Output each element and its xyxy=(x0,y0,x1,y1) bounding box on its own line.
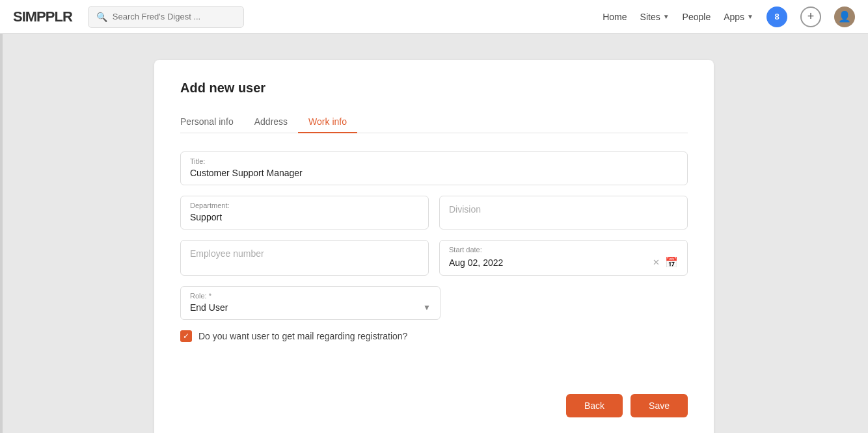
nav-links: Home Sites ▼ People Apps ▼ 8 + 👤 xyxy=(603,7,855,27)
back-button[interactable]: Back xyxy=(566,394,623,417)
tab-address[interactable]: Address xyxy=(244,111,298,133)
search-icon: 🔍 xyxy=(96,12,107,22)
role-field[interactable]: Role: * End User ▼ xyxy=(180,286,441,320)
empnum-startdate-row: Start date: Aug 02, 2022 ✕ 📅 xyxy=(180,240,688,276)
employee-number-field xyxy=(180,240,429,276)
tab-personal-info[interactable]: Personal info xyxy=(180,111,244,133)
checkmark-icon: ✓ xyxy=(183,332,189,340)
notification-badge[interactable]: 8 xyxy=(766,7,787,27)
sites-chevron-icon: ▼ xyxy=(663,13,670,20)
left-strip xyxy=(0,34,3,433)
nav-people[interactable]: People xyxy=(683,12,711,22)
email-checkbox-row: ✓ Do you want user to get mail regarding… xyxy=(180,330,688,342)
start-date-value: Aug 02, 2022 xyxy=(449,257,503,268)
nav-home[interactable]: Home xyxy=(603,12,627,22)
tab-work-info[interactable]: Work info xyxy=(298,111,357,133)
division-field xyxy=(439,196,688,230)
email-checkbox-label: Do you want user to get mail regarding r… xyxy=(198,331,407,341)
calendar-icon[interactable]: 📅 xyxy=(665,256,678,269)
division-input[interactable] xyxy=(449,204,678,215)
nav-apps[interactable]: Apps ▼ xyxy=(724,12,753,22)
title-label: Title: xyxy=(190,157,678,165)
role-value: End User xyxy=(190,302,228,313)
employee-number-input[interactable] xyxy=(190,248,419,259)
dept-division-row: Department: xyxy=(180,196,688,230)
role-label: Role: * xyxy=(190,292,431,300)
logo: SIMPPLR xyxy=(13,8,72,25)
department-field: Department: xyxy=(180,196,429,230)
department-input[interactable] xyxy=(190,212,419,222)
main-content: Add new user Personal info Address Work … xyxy=(0,34,868,433)
user-avatar[interactable]: 👤 xyxy=(834,7,855,27)
apps-chevron-icon: ▼ xyxy=(747,13,753,20)
date-clear-icon[interactable]: ✕ xyxy=(653,257,660,267)
add-user-card: Add new user Personal info Address Work … xyxy=(154,60,714,433)
nav-sites[interactable]: Sites ▼ xyxy=(640,12,670,22)
start-date-label: Start date: xyxy=(449,246,678,254)
role-row: Role: * End User ▼ xyxy=(180,286,688,320)
add-button[interactable]: + xyxy=(800,7,821,27)
tab-bar: Personal info Address Work info xyxy=(180,111,688,133)
form-footer: Back Save xyxy=(180,394,688,417)
page-title: Add new user xyxy=(180,81,688,96)
search-input[interactable] xyxy=(113,12,236,21)
start-date-field: Start date: Aug 02, 2022 ✕ 📅 xyxy=(439,240,688,276)
department-label: Department: xyxy=(190,202,419,209)
search-bar[interactable]: 🔍 xyxy=(88,6,244,28)
title-input[interactable] xyxy=(190,168,678,178)
title-field: Title: xyxy=(180,151,688,185)
save-button[interactable]: Save xyxy=(631,394,688,417)
header: SIMPPLR 🔍 Home Sites ▼ People Apps ▼ 8 +… xyxy=(0,0,868,34)
role-chevron-icon: ▼ xyxy=(423,303,431,312)
title-row: Title: xyxy=(180,151,688,185)
email-checkbox[interactable]: ✓ xyxy=(180,330,192,342)
